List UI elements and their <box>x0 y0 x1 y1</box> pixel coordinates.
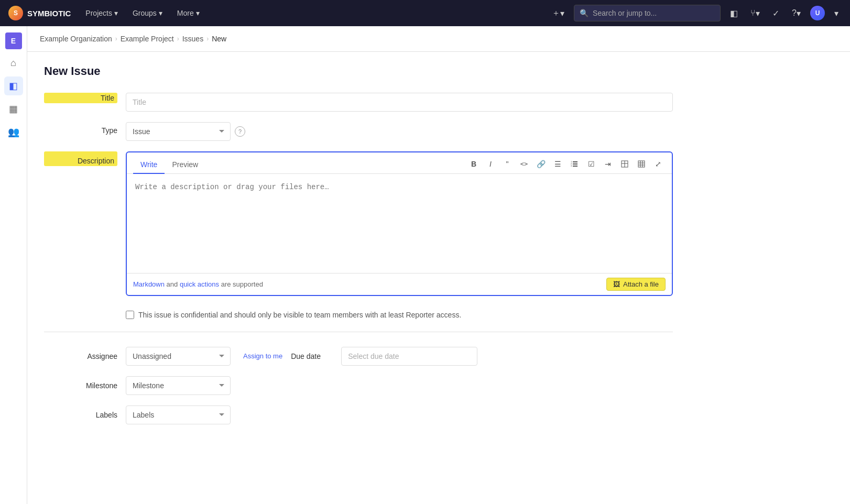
team-icon: 👥 <box>8 126 19 138</box>
app-name: SYMBIOTIC <box>27 9 71 18</box>
sidebar-team-btn[interactable]: 👥 <box>4 123 23 141</box>
attach-label: Attach a file <box>623 280 659 288</box>
breadcrumb: Example Organization › Example Project ›… <box>27 26 850 52</box>
breadcrumb-sep-2: › <box>177 35 179 42</box>
type-label: Type <box>44 122 117 135</box>
nav-groups[interactable]: Groups ▾ <box>128 6 167 20</box>
nav-more-label: More <box>177 9 194 17</box>
nav-help-icon[interactable]: ? ▾ <box>789 5 804 21</box>
logo-icon: S <box>8 6 23 20</box>
avatar-chevron[interactable]: ▾ <box>831 5 842 21</box>
svg-rect-2 <box>573 166 577 167</box>
search-bar[interactable]: 🔍 Search or jump to... <box>574 5 721 21</box>
sidebar-board-btn[interactable]: ▦ <box>4 100 23 118</box>
nav-groups-chevron: ▾ <box>159 9 162 17</box>
board-icon: ▦ <box>9 103 18 115</box>
description-field-wrap: Write Preview B I " <> 🔗 ☰ <box>126 151 673 296</box>
title-input[interactable] <box>126 93 673 112</box>
sidebar-issues-btn[interactable]: ◧ <box>4 76 23 95</box>
assignee-select[interactable]: Unassigned <box>126 347 231 366</box>
title-label: Title <box>44 93 117 103</box>
search-icon: 🔍 <box>580 9 589 17</box>
labels-row: Labels Labels <box>44 406 673 424</box>
toolbar-expand[interactable]: ⤢ <box>651 157 666 171</box>
assign-to-me-link[interactable]: Assign to me <box>243 352 282 360</box>
nav-projects-chevron: ▾ <box>114 9 118 17</box>
sidebar-avatar[interactable]: E <box>5 32 22 49</box>
due-date-label: Due date <box>291 352 333 360</box>
nav-dock-icon[interactable]: ◧ <box>727 5 741 21</box>
merge-chevron-icon: ▾ <box>756 8 760 18</box>
write-tab[interactable]: Write <box>133 157 165 174</box>
app-logo[interactable]: S SYMBIOTIC <box>8 6 71 20</box>
issues-icon: ◧ <box>9 80 18 92</box>
svg-rect-1 <box>573 163 577 165</box>
toolbar-table-col[interactable] <box>617 157 632 171</box>
editor-tabs: Write Preview B I " <> 🔗 ☰ <box>127 152 672 174</box>
home-icon: ⌂ <box>10 58 16 69</box>
nav-projects[interactable]: Projects ▾ <box>81 6 122 20</box>
nav-more[interactable]: More ▾ <box>173 6 204 20</box>
toolbar-italic[interactable]: I <box>483 157 498 171</box>
toolbar-table[interactable] <box>634 157 649 171</box>
milestone-label: Milestone <box>44 381 117 390</box>
sidebar-home-btn[interactable]: ⌂ <box>4 53 23 72</box>
nav-more-chevron: ▾ <box>196 9 200 17</box>
attach-file-btn[interactable]: 🖼 Attach a file <box>606 278 666 291</box>
attach-icon: 🖼 <box>613 280 620 288</box>
editor-footer-text: Markdown and quick actions are supported <box>133 280 263 288</box>
milestone-select[interactable]: Milestone <box>126 376 231 395</box>
editor-footer: Markdown and quick actions are supported… <box>127 273 672 295</box>
toolbar-list-ol[interactable]: 123 <box>567 157 582 171</box>
description-textarea[interactable] <box>127 174 672 271</box>
breadcrumb-project[interactable]: Example Project <box>121 35 174 43</box>
breadcrumb-issues[interactable]: Issues <box>182 35 203 43</box>
milestone-row: Milestone Milestone <box>44 376 673 395</box>
toolbar-code[interactable]: <> <box>517 157 531 171</box>
type-select[interactable]: Issue Incident Test Case Task <box>126 122 231 141</box>
svg-text:3: 3 <box>571 165 572 167</box>
assignee-label: Assignee <box>44 352 117 360</box>
breadcrumb-sep-1: › <box>115 35 117 42</box>
breadcrumb-org[interactable]: Example Organization <box>40 35 112 43</box>
main-content: Example Organization › Example Project ›… <box>27 26 850 504</box>
nav-groups-label: Groups <box>133 9 157 17</box>
nav-projects-label: Projects <box>85 9 112 17</box>
left-sidebar: E ⌂ ◧ ▦ 👥 <box>0 26 27 504</box>
toolbar-list-ul[interactable]: ☰ <box>550 157 565 171</box>
editor-toolbar: B I " <> 🔗 ☰ 123 ☑ ⇥ <box>466 157 666 171</box>
svg-rect-0 <box>573 161 577 162</box>
toolbar-list-task[interactable]: ☑ <box>584 157 598 171</box>
type-field-wrap: Issue Incident Test Case Task ? <box>126 122 245 141</box>
title-row: Title <box>44 93 673 112</box>
markdown-link[interactable]: Markdown <box>133 280 165 288</box>
type-help-icon[interactable]: ? <box>235 126 245 137</box>
confidential-label: This issue is confidential and should on… <box>138 311 461 319</box>
supported-and-text: and <box>167 280 180 288</box>
toolbar-link[interactable]: 🔗 <box>533 157 548 171</box>
toolbar-indent[interactable]: ⇥ <box>601 157 615 171</box>
labels-select[interactable]: Labels <box>126 406 231 424</box>
help-chevron-icon: ▾ <box>797 8 801 18</box>
due-date-wrap: Due date <box>291 347 673 366</box>
fields-section: Assignee Unassigned Assign to me Due dat… <box>44 343 673 424</box>
description-row: Description Write Preview B I " <box>44 151 673 296</box>
toolbar-quote[interactable]: " <box>500 157 515 171</box>
breadcrumb-current: New <box>212 35 226 43</box>
breadcrumb-sep-3: › <box>206 35 209 42</box>
top-navigation: S SYMBIOTIC Projects ▾ Groups ▾ More ▾ ＋… <box>0 0 850 26</box>
toolbar-bold[interactable]: B <box>466 157 481 171</box>
nav-check-icon[interactable]: ✓ <box>769 5 782 21</box>
labels-label: Labels <box>44 411 117 419</box>
type-row: Type Issue Incident Test Case Task ? <box>44 122 673 141</box>
nav-merge-icon[interactable]: ⑂ ▾ <box>747 5 763 21</box>
user-avatar[interactable]: U <box>810 6 825 20</box>
due-date-input[interactable] <box>341 347 477 366</box>
create-chevron-icon: ▾ <box>560 8 564 18</box>
description-label: Description <box>44 151 117 166</box>
confidential-checkbox[interactable] <box>126 311 134 319</box>
nav-create-btn[interactable]: ＋ ▾ <box>549 5 568 22</box>
quick-actions-link[interactable]: quick actions <box>180 280 219 288</box>
description-editor: Write Preview B I " <> 🔗 ☰ <box>126 151 673 296</box>
preview-tab[interactable]: Preview <box>165 157 205 174</box>
